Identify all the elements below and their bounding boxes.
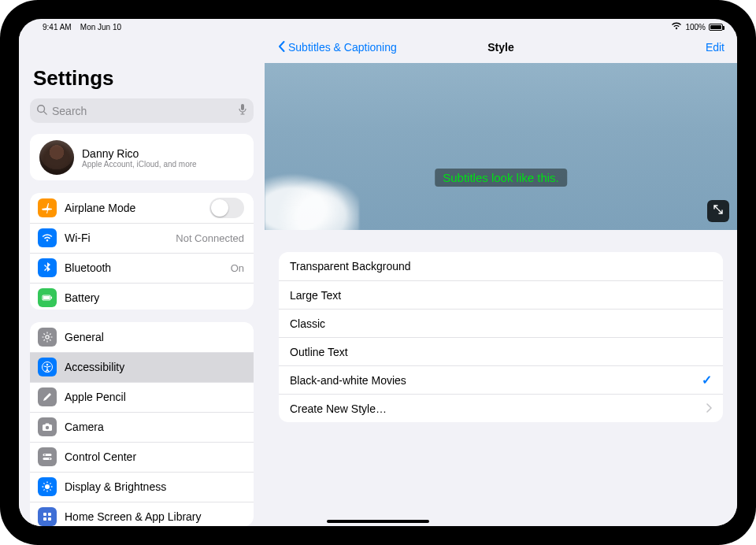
create-new-label: Create New Style… bbox=[290, 402, 706, 415]
brightness-icon bbox=[38, 477, 57, 496]
avatar bbox=[39, 140, 74, 175]
battery-icon bbox=[38, 288, 57, 307]
camera-label: Camera bbox=[65, 421, 244, 433]
account-name: Danny Rico bbox=[82, 147, 197, 160]
sidebar-item-airplane-mode[interactable]: Airplane Mode bbox=[30, 193, 254, 223]
gear-icon bbox=[38, 328, 57, 347]
svg-rect-30 bbox=[48, 517, 51, 521]
home-screen-icon bbox=[38, 507, 57, 526]
svg-rect-12 bbox=[46, 424, 50, 425]
style-option-outline-text[interactable]: Outline Text bbox=[279, 337, 723, 365]
sidebar-item-bluetooth[interactable]: Bluetooth On bbox=[30, 253, 254, 283]
svg-point-17 bbox=[49, 458, 50, 460]
svg-rect-2 bbox=[241, 104, 244, 110]
airplane-label: Airplane Mode bbox=[65, 202, 202, 214]
bluetooth-label: Bluetooth bbox=[65, 261, 223, 274]
style-label: Black-and-white Movies bbox=[290, 374, 702, 387]
battery-icon bbox=[709, 24, 723, 31]
style-option-classic[interactable]: Classic bbox=[279, 309, 723, 337]
sidebar-group-general: General Accessibility Apple Pencil bbox=[30, 322, 254, 526]
style-list: Transparent Background Large Text Classi… bbox=[279, 252, 723, 422]
nav-edit-button[interactable]: Edit bbox=[706, 41, 724, 54]
svg-point-8 bbox=[46, 336, 49, 339]
battery-label: Battery bbox=[65, 291, 244, 304]
svg-line-24 bbox=[50, 490, 50, 491]
pencil-icon bbox=[38, 387, 57, 406]
expand-preview-button[interactable] bbox=[707, 200, 729, 222]
home-indicator[interactable] bbox=[327, 520, 429, 523]
sidebar-item-accessibility[interactable]: Accessibility bbox=[30, 352, 254, 382]
home-screen-label: Home Screen & App Library bbox=[65, 510, 244, 523]
nav-back-button[interactable]: Subtitles & Captioning bbox=[277, 40, 397, 55]
style-create-new[interactable]: Create New Style… bbox=[279, 394, 723, 422]
sidebar-item-apple-pencil[interactable]: Apple Pencil bbox=[30, 382, 254, 412]
style-label: Transparent Background bbox=[290, 260, 712, 272]
battery-pct: 100% bbox=[685, 23, 706, 32]
dictate-icon[interactable] bbox=[238, 103, 247, 118]
sidebar-item-home-screen[interactable]: Home Screen & App Library bbox=[30, 502, 254, 526]
accessibility-label: Accessibility bbox=[65, 361, 244, 373]
svg-line-25 bbox=[50, 484, 50, 484]
nav-back-label: Subtitles & Captioning bbox=[288, 41, 397, 54]
wifi-label: Wi-Fi bbox=[65, 232, 168, 244]
sidebar-item-general[interactable]: General bbox=[30, 322, 254, 352]
status-time-date: 9:41 AM Mon Jun 10 bbox=[43, 23, 121, 32]
bluetooth-detail: On bbox=[231, 262, 244, 274]
chevron-right-icon bbox=[706, 402, 712, 415]
style-option-black-and-white-movies[interactable]: Black-and-white Movies ✓ bbox=[279, 365, 723, 394]
ipad-frame: 9:41 AM Mon Jun 10 100% Settings bbox=[0, 0, 756, 545]
account-sub: Apple Account, iCloud, and more bbox=[82, 160, 197, 169]
airplane-toggle[interactable] bbox=[209, 198, 244, 218]
wifi-icon bbox=[38, 228, 57, 247]
svg-point-13 bbox=[46, 426, 49, 429]
cloud-decoration bbox=[265, 167, 359, 230]
general-label: General bbox=[65, 331, 244, 343]
pencil-label: Apple Pencil bbox=[65, 391, 244, 403]
style-label: Large Text bbox=[290, 289, 712, 302]
content-pane: Subtitles & Captioning Style Edit Subtit… bbox=[265, 32, 737, 526]
chevron-left-icon bbox=[277, 40, 287, 55]
accessibility-icon bbox=[38, 358, 57, 376]
status-time: 9:41 AM bbox=[43, 23, 72, 32]
svg-point-10 bbox=[46, 364, 49, 366]
account-card[interactable]: Danny Rico Apple Account, iCloud, and mo… bbox=[30, 134, 254, 180]
search-input[interactable]: Search bbox=[30, 98, 254, 123]
subtitle-preview: Subtitles look like this. bbox=[265, 63, 737, 230]
sidebar-item-wifi[interactable]: Wi-Fi Not Connected bbox=[30, 223, 254, 253]
screen: 9:41 AM Mon Jun 10 100% Settings bbox=[19, 19, 737, 526]
svg-point-16 bbox=[44, 454, 46, 456]
svg-rect-29 bbox=[43, 517, 46, 521]
style-option-large-text[interactable]: Large Text bbox=[279, 280, 723, 309]
sidebar-title: Settings bbox=[19, 36, 265, 95]
style-option-transparent-background[interactable]: Transparent Background bbox=[279, 252, 723, 280]
sidebar-item-control-center[interactable]: Control Center bbox=[30, 442, 254, 472]
control-center-icon bbox=[38, 447, 57, 466]
expand-icon bbox=[713, 204, 724, 218]
sidebar-item-camera[interactable]: Camera bbox=[30, 412, 254, 442]
svg-line-1 bbox=[44, 112, 47, 115]
wifi-detail: Not Connected bbox=[176, 232, 244, 244]
status-date: Mon Jun 10 bbox=[80, 23, 121, 32]
checkmark-icon: ✓ bbox=[702, 373, 712, 387]
svg-rect-28 bbox=[48, 513, 51, 516]
style-label: Classic bbox=[290, 317, 712, 330]
camera-icon bbox=[38, 417, 57, 436]
airplane-icon bbox=[38, 198, 57, 217]
sidebar-item-display-brightness[interactable]: Display & Brightness bbox=[30, 472, 254, 502]
search-icon bbox=[36, 104, 47, 117]
sidebar-item-battery[interactable]: Battery bbox=[30, 283, 254, 310]
svg-point-18 bbox=[45, 484, 50, 489]
display-label: Display & Brightness bbox=[65, 480, 244, 493]
wifi-icon bbox=[671, 22, 682, 32]
svg-rect-6 bbox=[51, 297, 53, 299]
svg-rect-7 bbox=[43, 296, 50, 299]
svg-line-23 bbox=[43, 484, 44, 484]
search-placeholder: Search bbox=[52, 105, 233, 117]
style-label: Outline Text bbox=[290, 346, 712, 358]
settings-sidebar: Settings Search Danny Rico bbox=[19, 32, 265, 526]
svg-rect-27 bbox=[43, 513, 46, 516]
bluetooth-icon bbox=[38, 258, 57, 277]
subtitle-sample-text: Subtitles look like this. bbox=[435, 169, 567, 187]
status-right: 100% bbox=[671, 22, 723, 32]
status-bar: 9:41 AM Mon Jun 10 100% bbox=[19, 19, 737, 33]
